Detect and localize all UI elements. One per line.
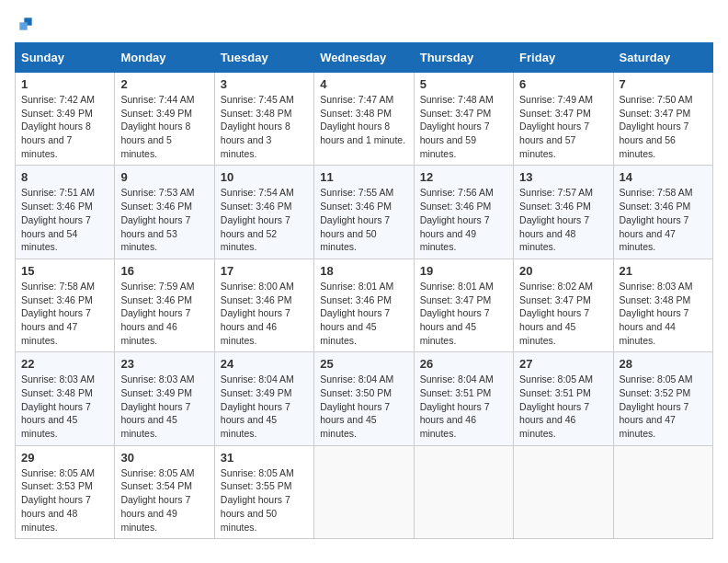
calendar-header-friday: Friday (514, 43, 613, 73)
cell-content: Sunrise: 8:03 AM Sunset: 3:49 PM Dayligh… (120, 373, 208, 440)
day-number: 3 (221, 77, 308, 91)
day-number: 16 (120, 264, 208, 278)
calendar-cell: 26 Sunrise: 8:04 AM Sunset: 3:51 PM Dayl… (414, 352, 513, 445)
calendar-cell: 14 Sunrise: 7:58 AM Sunset: 3:46 PM Dayl… (613, 166, 712, 259)
cell-content: Sunrise: 7:51 AM Sunset: 3:46 PM Dayligh… (21, 186, 108, 253)
calendar-cell: 31 Sunrise: 8:05 AM Sunset: 3:55 PM Dayl… (214, 445, 313, 538)
day-number: 18 (320, 264, 407, 278)
calendar-cell: 2 Sunrise: 7:44 AM Sunset: 3:49 PM Dayli… (115, 73, 214, 166)
calendar-cell: 6 Sunrise: 7:49 AM Sunset: 3:47 PM Dayli… (514, 73, 613, 166)
day-number: 24 (221, 357, 308, 371)
day-number: 8 (21, 170, 108, 184)
day-number: 5 (420, 77, 507, 91)
day-number: 23 (120, 357, 208, 371)
calendar-cell: 11 Sunrise: 7:55 AM Sunset: 3:46 PM Dayl… (314, 166, 414, 259)
day-number: 27 (519, 357, 607, 371)
calendar-cell: 12 Sunrise: 7:56 AM Sunset: 3:46 PM Dayl… (414, 166, 513, 259)
day-number: 10 (221, 170, 308, 184)
day-number: 1 (21, 77, 108, 91)
cell-content: Sunrise: 7:56 AM Sunset: 3:46 PM Dayligh… (420, 186, 507, 253)
calendar-header-wednesday: Wednesday (314, 43, 414, 73)
calendar-header-saturday: Saturday (613, 43, 712, 73)
day-number: 21 (620, 264, 707, 278)
day-number: 20 (519, 264, 607, 278)
calendar-cell: 28 Sunrise: 8:05 AM Sunset: 3:52 PM Dayl… (613, 352, 712, 445)
calendar-week-row: 15 Sunrise: 7:58 AM Sunset: 3:46 PM Dayl… (16, 259, 713, 351)
cell-content: Sunrise: 8:01 AM Sunset: 3:46 PM Dayligh… (320, 280, 407, 347)
cell-content: Sunrise: 8:03 AM Sunset: 3:48 PM Dayligh… (620, 280, 707, 347)
cell-content: Sunrise: 7:48 AM Sunset: 3:47 PM Dayligh… (420, 93, 507, 160)
cell-content: Sunrise: 7:47 AM Sunset: 3:48 PM Dayligh… (320, 93, 407, 147)
calendar-cell: 20 Sunrise: 8:02 AM Sunset: 3:47 PM Dayl… (514, 259, 613, 351)
calendar-cell: 25 Sunrise: 8:04 AM Sunset: 3:50 PM Dayl… (314, 352, 414, 445)
page-header (15, 15, 713, 33)
cell-content: Sunrise: 7:57 AM Sunset: 3:46 PM Dayligh… (519, 186, 607, 253)
day-number: 28 (620, 357, 707, 371)
calendar-cell: 19 Sunrise: 8:01 AM Sunset: 3:47 PM Dayl… (414, 259, 513, 351)
calendar-cell (314, 445, 414, 538)
calendar-cell: 18 Sunrise: 8:01 AM Sunset: 3:46 PM Dayl… (314, 259, 414, 351)
calendar-cell: 9 Sunrise: 7:53 AM Sunset: 3:46 PM Dayli… (115, 166, 214, 259)
calendar-header-thursday: Thursday (414, 43, 513, 73)
calendar-cell: 5 Sunrise: 7:48 AM Sunset: 3:47 PM Dayli… (414, 73, 513, 166)
cell-content: Sunrise: 8:05 AM Sunset: 3:54 PM Dayligh… (120, 466, 208, 534)
calendar-header-tuesday: Tuesday (214, 43, 313, 73)
day-number: 22 (21, 357, 108, 371)
calendar-cell (414, 445, 513, 538)
calendar-header-monday: Monday (115, 43, 214, 73)
calendar-cell: 8 Sunrise: 7:51 AM Sunset: 3:46 PM Dayli… (16, 166, 115, 259)
calendar-week-row: 29 Sunrise: 8:05 AM Sunset: 3:53 PM Dayl… (16, 445, 713, 538)
logo (15, 15, 35, 33)
cell-content: Sunrise: 8:04 AM Sunset: 3:51 PM Dayligh… (420, 373, 507, 440)
calendar-cell (514, 445, 613, 538)
calendar-header-row: SundayMondayTuesdayWednesdayThursdayFrid… (16, 43, 713, 73)
day-number: 9 (120, 170, 208, 184)
calendar-cell: 17 Sunrise: 8:00 AM Sunset: 3:46 PM Dayl… (214, 259, 313, 351)
cell-content: Sunrise: 7:42 AM Sunset: 3:49 PM Dayligh… (21, 93, 108, 160)
cell-content: Sunrise: 7:54 AM Sunset: 3:46 PM Dayligh… (221, 186, 308, 253)
cell-content: Sunrise: 8:04 AM Sunset: 3:50 PM Dayligh… (320, 373, 407, 440)
cell-content: Sunrise: 8:04 AM Sunset: 3:49 PM Dayligh… (221, 373, 308, 440)
calendar-week-row: 8 Sunrise: 7:51 AM Sunset: 3:46 PM Dayli… (16, 166, 713, 259)
cell-content: Sunrise: 7:53 AM Sunset: 3:46 PM Dayligh… (120, 186, 208, 253)
cell-content: Sunrise: 7:45 AM Sunset: 3:48 PM Dayligh… (221, 93, 308, 160)
cell-content: Sunrise: 8:05 AM Sunset: 3:52 PM Dayligh… (620, 373, 707, 440)
cell-content: Sunrise: 8:00 AM Sunset: 3:46 PM Dayligh… (221, 280, 308, 347)
cell-content: Sunrise: 7:44 AM Sunset: 3:49 PM Dayligh… (120, 93, 208, 160)
calendar-cell: 1 Sunrise: 7:42 AM Sunset: 3:49 PM Dayli… (16, 73, 115, 166)
cell-content: Sunrise: 7:58 AM Sunset: 3:46 PM Dayligh… (21, 280, 108, 347)
calendar-cell: 27 Sunrise: 8:05 AM Sunset: 3:51 PM Dayl… (514, 352, 613, 445)
cell-content: Sunrise: 7:50 AM Sunset: 3:47 PM Dayligh… (620, 93, 707, 160)
day-number: 17 (221, 264, 308, 278)
cell-content: Sunrise: 7:58 AM Sunset: 3:46 PM Dayligh… (620, 186, 707, 253)
day-number: 30 (120, 451, 208, 465)
calendar-cell: 13 Sunrise: 7:57 AM Sunset: 3:46 PM Dayl… (514, 166, 613, 259)
cell-content: Sunrise: 8:05 AM Sunset: 3:51 PM Dayligh… (519, 373, 607, 440)
calendar-week-row: 1 Sunrise: 7:42 AM Sunset: 3:49 PM Dayli… (16, 73, 713, 166)
day-number: 4 (320, 77, 407, 91)
day-number: 7 (620, 77, 707, 91)
calendar-cell: 22 Sunrise: 8:03 AM Sunset: 3:48 PM Dayl… (16, 352, 115, 445)
cell-content: Sunrise: 7:59 AM Sunset: 3:46 PM Dayligh… (120, 280, 208, 347)
cell-content: Sunrise: 8:01 AM Sunset: 3:47 PM Dayligh… (420, 280, 507, 347)
calendar-cell: 21 Sunrise: 8:03 AM Sunset: 3:48 PM Dayl… (613, 259, 712, 351)
cell-content: Sunrise: 8:05 AM Sunset: 3:53 PM Dayligh… (21, 466, 108, 534)
svg-marker-1 (19, 22, 27, 29)
calendar-cell: 24 Sunrise: 8:04 AM Sunset: 3:49 PM Dayl… (214, 352, 313, 445)
calendar-cell: 30 Sunrise: 8:05 AM Sunset: 3:54 PM Dayl… (115, 445, 214, 538)
day-number: 11 (320, 170, 407, 184)
cell-content: Sunrise: 8:02 AM Sunset: 3:47 PM Dayligh… (519, 280, 607, 347)
cell-content: Sunrise: 7:55 AM Sunset: 3:46 PM Dayligh… (320, 186, 407, 253)
calendar-cell: 3 Sunrise: 7:45 AM Sunset: 3:48 PM Dayli… (214, 73, 313, 166)
calendar-cell: 4 Sunrise: 7:47 AM Sunset: 3:48 PM Dayli… (314, 73, 414, 166)
calendar-table: SundayMondayTuesdayWednesdayThursdayFrid… (15, 42, 713, 539)
calendar-cell: 23 Sunrise: 8:03 AM Sunset: 3:49 PM Dayl… (115, 352, 214, 445)
calendar-cell (613, 445, 712, 538)
day-number: 25 (320, 357, 407, 371)
calendar-cell: 15 Sunrise: 7:58 AM Sunset: 3:46 PM Dayl… (16, 259, 115, 351)
cell-content: Sunrise: 7:49 AM Sunset: 3:47 PM Dayligh… (519, 93, 607, 160)
day-number: 29 (21, 451, 108, 465)
day-number: 14 (620, 170, 707, 184)
calendar-week-row: 22 Sunrise: 8:03 AM Sunset: 3:48 PM Dayl… (16, 352, 713, 445)
day-number: 19 (420, 264, 507, 278)
